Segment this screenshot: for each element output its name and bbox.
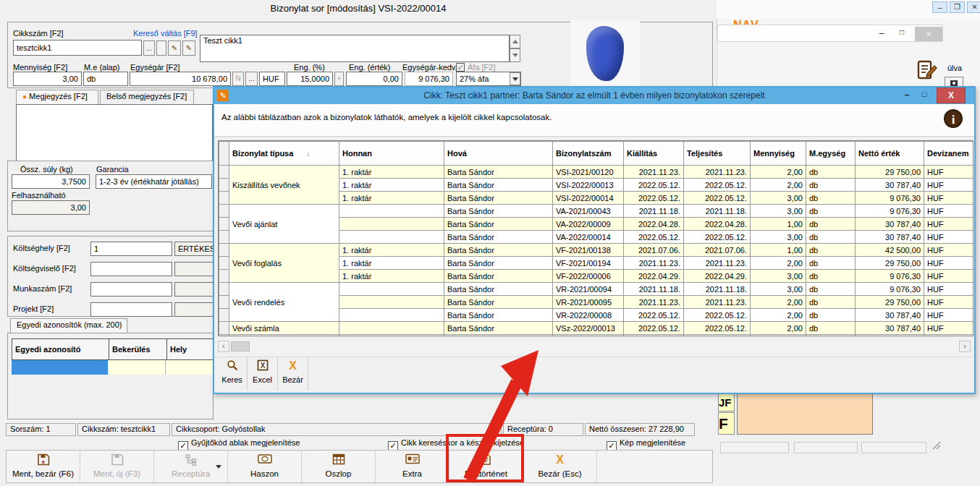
munkaszam-input[interactable] — [90, 282, 172, 297]
column-header[interactable]: Teljesítés — [684, 142, 751, 166]
resize-grip[interactable] — [931, 440, 941, 453]
egysegar-input[interactable]: 10 678,00 — [130, 72, 231, 86]
cell-teljesites[interactable]: 2022.04.29. — [684, 270, 751, 283]
column-header[interactable]: Hová — [444, 142, 553, 166]
koltseghely-input[interactable]: 1 — [90, 242, 172, 256]
cell-devizanem[interactable]: HUF — [924, 270, 974, 283]
cell-netto[interactable]: 30 787,40 — [856, 179, 924, 192]
cell-hova[interactable]: Barta Sándor — [444, 309, 553, 322]
table-row[interactable]: Vevői foglalás1. raktárBarta SándorVF-20… — [219, 244, 974, 257]
haszon-button[interactable]: Haszon — [228, 451, 302, 482]
mennyiseg-input[interactable]: 3,00 — [13, 72, 82, 86]
extra-button[interactable]: Extra — [376, 451, 449, 482]
cell-mennyiseg[interactable]: 3,00 — [751, 283, 806, 296]
cell-bizonylatszam[interactable]: VR-2021/00095 — [553, 296, 624, 309]
cell-devizanem[interactable]: HUF — [924, 309, 974, 322]
row-selector[interactable] — [219, 296, 229, 309]
excel-button[interactable]: X Excel — [248, 357, 278, 391]
column-header[interactable]: Honnan — [339, 142, 444, 166]
cell-bizonylatszam[interactable]: VSz-2022/00013 — [553, 322, 624, 335]
table-row[interactable]: Kiszállítás vevőnek1. raktárBarta Sándor… — [219, 166, 974, 179]
cell-hova[interactable]: Barta Sándor — [444, 335, 553, 337]
ment-uj-button[interactable]: Ment, új (F3) — [80, 451, 154, 482]
cell-kiallitas[interactable]: 2022.05.12. — [624, 309, 684, 322]
cell-hova[interactable]: Barta Sándor — [444, 270, 553, 283]
row-selector[interactable] — [219, 244, 229, 257]
cell-netto[interactable]: 9 076,30 — [856, 205, 924, 218]
cell-teljesites[interactable]: 2021.11.18. — [684, 283, 751, 296]
row-selector[interactable] — [219, 309, 229, 322]
cell-honnan[interactable] — [339, 205, 444, 218]
cell-hova[interactable]: Barta Sándor — [444, 257, 553, 270]
cell-megyseg[interactable]: db — [806, 270, 856, 283]
cell-teljesites[interactable]: 2022.05.12. — [684, 179, 751, 192]
scroll-right-icon[interactable]: › — [959, 341, 971, 352]
elettortenet-button[interactable]: Élettörténet — [449, 451, 523, 482]
cell-hova[interactable]: Barta Sándor — [444, 244, 553, 257]
unique-id-selected-cell[interactable] — [12, 360, 108, 375]
cell-devizanem[interactable]: HUF — [924, 296, 974, 309]
inner-minimize-button[interactable]: – — [876, 28, 887, 38]
cell-devizanem[interactable]: HUF — [924, 205, 974, 218]
cell-netto[interactable]: 9 076,30 — [856, 270, 924, 283]
cell-netto[interactable]: 28 779,53 — [856, 335, 924, 337]
cell-kiallitas[interactable]: 2022.04.28. — [624, 218, 684, 231]
cell-teljesites[interactable]: 2021.11.23. — [684, 296, 751, 309]
cell-teljesites[interactable]: 2022.05.12. — [684, 309, 751, 322]
cell-netto[interactable]: 9 076,30 — [856, 283, 924, 296]
edit-document-icon[interactable] — [917, 59, 937, 84]
bezar-esc-button[interactable]: X Bezár (Esc) — [523, 451, 597, 482]
cell-netto[interactable]: 29 750,00 — [856, 166, 924, 179]
cell-bizonylatszam[interactable]: VR-2022/00008 — [553, 309, 624, 322]
cell-hova[interactable]: Barta Sándor — [444, 205, 553, 218]
cell-megyseg[interactable]: db — [806, 231, 856, 244]
cell-bizonylatszam[interactable]: VF-2021/00194 — [553, 257, 624, 270]
cell-hova[interactable]: Barta Sándor — [444, 296, 553, 309]
cell-netto[interactable]: 29 750,00 — [856, 257, 924, 270]
row-selector[interactable] — [219, 257, 229, 270]
app-restore-button[interactable]: ❐ — [950, 1, 965, 13]
app-minimize-button[interactable]: – — [932, 1, 947, 13]
cell-devizanem[interactable]: HUF — [924, 218, 974, 231]
cell-kiallitas[interactable]: 2021.07.06. — [624, 244, 684, 257]
unique-id-cell[interactable] — [109, 360, 166, 375]
cell-megyseg[interactable]: db — [806, 283, 856, 296]
row-selector[interactable] — [219, 322, 229, 335]
column-header[interactable]: Devizanem — [924, 142, 974, 166]
app-close-button[interactable]: ✕ — [967, 1, 980, 13]
cell-bizonylatszam[interactable]: VA-2021/00043 — [553, 205, 624, 218]
cell-kiallitas[interactable]: 2022.05.12. — [624, 192, 684, 205]
cell-devizanem[interactable]: HUF — [924, 322, 974, 335]
cell-honnan[interactable]: 1. raktár — [339, 179, 444, 192]
cell-bizonylatszam[interactable]: VR-2021/00094 — [553, 283, 624, 296]
me-alap-input[interactable]: db — [83, 72, 128, 86]
cell-netto[interactable]: 30 787,40 — [856, 218, 924, 231]
cell-teljesites[interactable]: 2021.07.06. — [684, 244, 751, 257]
cell-megyseg[interactable]: db — [806, 205, 856, 218]
eng-ertek-input[interactable]: 0,00 — [346, 72, 402, 86]
cell-honnan[interactable]: 1. raktár — [339, 166, 444, 179]
spin-down-button[interactable] — [510, 48, 520, 62]
koltsegviselo-input[interactable] — [90, 262, 172, 276]
cell-honnan[interactable] — [339, 218, 444, 231]
group-cell[interactable]: Vevői rendelés — [229, 283, 339, 322]
cell-devizanem[interactable]: HUF — [924, 179, 974, 192]
group-cell[interactable]: Vevői ajánlat — [229, 205, 339, 244]
cell-bizonylatszam[interactable]: VA-2022/00009 — [553, 218, 624, 231]
cell-netto[interactable]: 29 750,00 — [856, 296, 924, 309]
cell-honnan[interactable] — [339, 231, 444, 244]
afa-checkbox[interactable]: ✓ — [456, 63, 465, 72]
cell-netto[interactable]: 30 787,40 — [856, 231, 924, 244]
cikkszam-browse-button[interactable]: ... — [143, 40, 155, 56]
cell-mennyiseg[interactable]: 3,00 — [751, 270, 806, 283]
item-name-input[interactable]: Teszt cikk1 — [200, 35, 510, 62]
popup-bezar-button[interactable]: X Bezár — [278, 357, 308, 391]
cell-bizonylatszam[interactable]: VSz5-2022/00001 — [553, 335, 624, 337]
cell-hova[interactable]: Barta Sándor — [444, 192, 553, 205]
row-selector[interactable] — [219, 231, 229, 244]
row-selector[interactable] — [219, 270, 229, 283]
kereso-valtas-link[interactable]: Kereső váltás [F9] — [133, 29, 198, 38]
cell-bizonylatszam[interactable]: VSI-2022/00014 — [553, 192, 624, 205]
cell-kiallitas[interactable]: 2021.11.23. — [624, 296, 684, 309]
row-selector[interactable] — [219, 283, 229, 296]
